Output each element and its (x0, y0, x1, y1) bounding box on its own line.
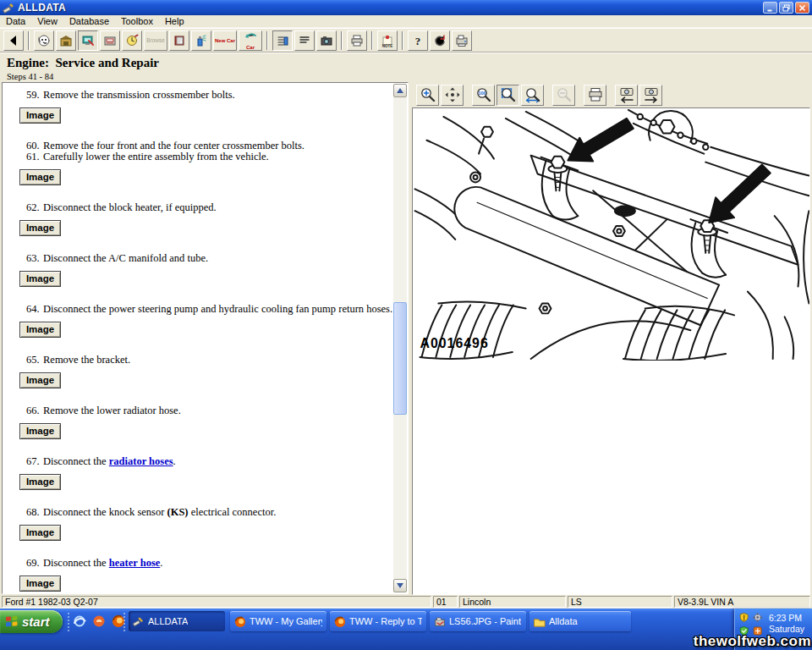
firefox-icon (334, 615, 346, 627)
quicklaunch-ie-swoosh-icon[interactable] (73, 614, 86, 627)
step-text: Disconnect the (43, 557, 109, 569)
menu-view[interactable]: View (31, 15, 63, 27)
toolbar-image-view-button[interactable] (316, 30, 337, 51)
taskbar: start ALLDATATWW - My Gallery - M...TWW … (0, 609, 812, 650)
app-icon (3, 2, 14, 14)
step-line: 68.Disconnect the knock sensor (KS) elec… (3, 507, 393, 518)
scrollbar-thumb[interactable] (393, 302, 407, 415)
task-label: TWW - Reply to Topic... (349, 616, 422, 626)
toolbar-browse-label: Browse (145, 38, 167, 43)
step-number: 66. (26, 405, 43, 416)
step-link[interactable]: radiator hoses (109, 455, 173, 467)
toolbar-new-car-button[interactable]: New Car (213, 30, 237, 51)
windows-flag-icon (5, 615, 19, 628)
menu-data[interactable]: Data (0, 15, 31, 27)
gauge-icon (103, 34, 117, 47)
task-label: TWW - My Gallery - M... (250, 616, 322, 626)
step-number: 63. (26, 253, 43, 264)
image-button[interactable]: Image (19, 576, 61, 592)
task-button-4[interactable]: LS56.JPG - Paint (430, 611, 526, 631)
toolbar-separator (341, 31, 343, 50)
quicklaunch-media-orange-icon[interactable] (92, 614, 106, 627)
step-block: 59.Remove the transmission crossmember b… (3, 90, 393, 124)
step-number: 68. (26, 507, 43, 518)
step-text: Disconnect the power steering pump and h… (43, 303, 392, 315)
menu-toolbox[interactable]: Toolbox (115, 15, 159, 27)
toolbar-text-view-button[interactable] (294, 30, 315, 51)
quicklaunch-handle[interactable] (68, 613, 70, 631)
task-button-2[interactable]: TWW - My Gallery - M... (230, 611, 326, 631)
step-line: 69.Disconnect the heater hose. (3, 558, 393, 569)
toolbar-help-button[interactable]: ? (408, 30, 428, 51)
status-model: LS (568, 596, 672, 608)
toolbar-diagnostics-button[interactable] (78, 30, 98, 51)
fit-width-icon (524, 86, 541, 103)
step-line: 59.Remove the transmission crossmember b… (3, 90, 393, 101)
dog-icon (37, 34, 51, 47)
step-link[interactable]: heater hose (109, 557, 161, 569)
toolbar-print-button[interactable] (347, 30, 367, 51)
print-image-button[interactable] (584, 85, 606, 106)
image-button[interactable]: Image (19, 107, 61, 124)
toolbar-browse-button[interactable]: Browse (144, 30, 167, 51)
viewer-area: A0016496 (412, 107, 810, 595)
image-button[interactable]: Image (19, 423, 61, 439)
engine-diagram: A0016496 (413, 108, 809, 361)
restore-button[interactable] (779, 2, 793, 14)
step-text: . (173, 455, 176, 467)
monitor-wrench-icon (81, 34, 95, 47)
zoom-in-button[interactable] (416, 85, 439, 106)
image-button[interactable]: Image (19, 474, 61, 490)
image-button[interactable]: Image (19, 220, 61, 236)
scroll-up-button[interactable] (393, 84, 407, 97)
toolbar-notes-label: NOTE (378, 44, 397, 49)
step-block: 60.Remove the four front and the four ce… (3, 140, 393, 185)
fit-width-button[interactable] (521, 85, 544, 106)
svg-text:?: ? (415, 35, 421, 47)
toolbar-gauge-display-button[interactable] (100, 30, 120, 51)
image-button[interactable]: Image (19, 525, 61, 541)
zoom-100-button[interactable]: 100 (472, 85, 495, 106)
status-vehicle-record: Ford #1 1982-03 Q2-07 (2, 596, 431, 608)
task-button-5[interactable]: Alldata (529, 611, 631, 631)
tray-gear-gray-icon[interactable] (753, 612, 765, 624)
step-text: Disconnect the (43, 455, 109, 467)
close-button[interactable] (795, 2, 809, 14)
toolbar-print-preview-button[interactable] (452, 30, 472, 51)
toolbar-spray-tool-button[interactable] (191, 30, 211, 51)
pan-button[interactable] (441, 85, 464, 106)
fax-printer-icon (455, 34, 469, 47)
toolbar-shop-button[interactable] (56, 30, 76, 51)
previous-image-button[interactable] (615, 85, 638, 106)
toolbar-notes-button[interactable]: NOTE (377, 30, 398, 51)
toolbar-search-dog-button[interactable] (34, 30, 54, 51)
toolbar-car-return-label: Car (239, 45, 261, 50)
tray-shield-yellow-icon[interactable] (739, 612, 751, 624)
image-button[interactable]: Image (19, 271, 61, 287)
step-block: 62.Disconnect the block heater, if equip… (3, 202, 393, 236)
menubar: DataViewDatabaseToolboxHelp (0, 15, 812, 28)
steps-scrollbar[interactable] (393, 84, 407, 592)
start-button[interactable]: start (0, 610, 63, 633)
menu-help[interactable]: Help (159, 15, 190, 27)
toolbar-manuals-button[interactable] (169, 30, 189, 51)
minimize-button[interactable] (763, 2, 777, 14)
image-button[interactable]: Image (19, 372, 61, 388)
tasks-handle[interactable] (123, 613, 126, 631)
toolbar-car-return-button[interactable]: Car (239, 30, 262, 51)
image-button[interactable]: Image (19, 322, 61, 338)
next-image-button[interactable] (639, 85, 662, 106)
fit-page-button[interactable] (497, 85, 519, 106)
watermark: thewolfweb.com (694, 633, 811, 650)
image-button[interactable]: Image (19, 169, 61, 185)
toolbar-list-view-button[interactable] (272, 30, 293, 51)
task-button-3[interactable]: TWW - Reply to Topic... (330, 611, 426, 631)
toolbar-back-button[interactable] (3, 30, 24, 51)
menu-database[interactable]: Database (63, 15, 115, 27)
task-button-1[interactable]: ALLDATA (129, 611, 225, 631)
toolbar-refresh-button[interactable] (430, 30, 450, 51)
titlebar[interactable]: ALLDATA (0, 0, 812, 15)
toolbar-reminders-button[interactable] (122, 30, 142, 51)
step-line: 64.Disconnect the power steering pump an… (3, 304, 393, 315)
scroll-down-button[interactable] (393, 579, 407, 592)
